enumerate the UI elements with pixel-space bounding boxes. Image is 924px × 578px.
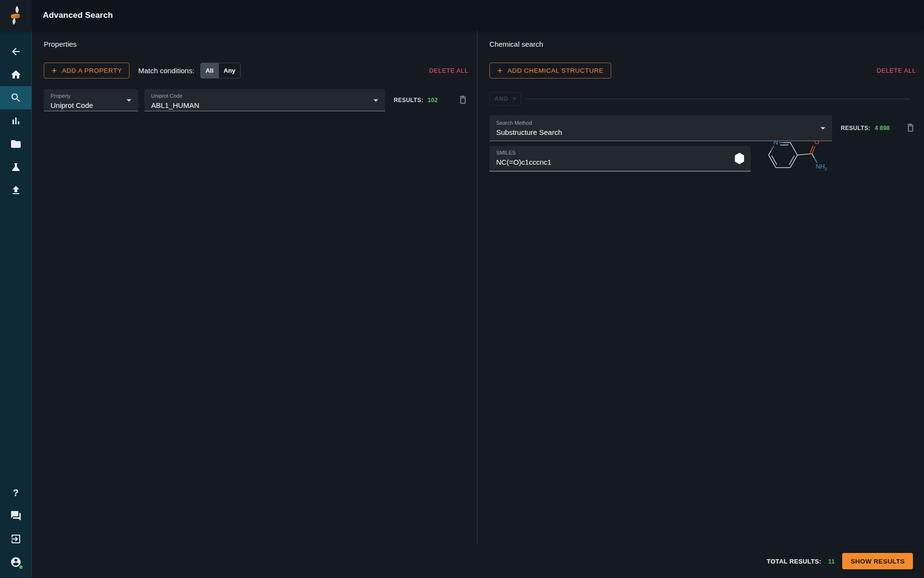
- chemical-panel-title: Chemical search: [489, 40, 916, 48]
- search-method-row: Search Method Substructure Search RESULT…: [489, 115, 916, 141]
- total-results-label: TOTAL RESULTS:: [767, 558, 821, 565]
- logout-icon: [10, 533, 22, 545]
- science-flask-icon: [10, 161, 22, 173]
- results-footer: TOTAL RESULTS: 11 SHOW RESULTS: [32, 544, 924, 578]
- sidebar-bottom-group: ?: [0, 481, 31, 574]
- sidebar-item-help[interactable]: ?: [0, 481, 31, 504]
- and-connector-pill[interactable]: AND: [489, 92, 521, 105]
- add-property-label: ADD A PROPERTY: [62, 67, 122, 74]
- property-results: RESULTS: 102: [394, 97, 437, 104]
- sidebar: ?: [0, 30, 32, 578]
- smiles-input[interactable]: SMILES NC(=O)c1cccnc1: [489, 146, 751, 171]
- sidebar-item-projects[interactable]: [0, 132, 31, 156]
- search-method-value: Substructure Search: [496, 128, 825, 136]
- add-property-button[interactable]: + ADD A PROPERTY: [44, 63, 129, 79]
- chevron-down-icon: [513, 98, 516, 100]
- smiles-label: SMILES: [496, 150, 744, 156]
- search-method-select[interactable]: Search Method Substructure Search: [489, 115, 832, 141]
- search-method-label: Search Method: [496, 120, 825, 126]
- condition-connector: AND: [489, 92, 916, 105]
- plus-icon: +: [51, 66, 57, 75]
- sidebar-item-logout[interactable]: [0, 527, 31, 551]
- arrow-back-icon: [10, 46, 22, 57]
- delete-chemical-structure-button[interactable]: [905, 122, 916, 134]
- main-content: Properties + ADD A PROPERTY Match condit…: [32, 30, 924, 578]
- sidebar-item-upload[interactable]: [0, 179, 31, 202]
- chemical-results: RESULTS: 4 898: [841, 125, 890, 131]
- connector-divider: [527, 99, 910, 99]
- property-condition-row: Property Uniprot Code Uniprot Code ABL1_…: [44, 89, 468, 111]
- chevron-down-icon: [127, 99, 131, 102]
- sidebar-item-science[interactable]: [0, 156, 31, 179]
- chemical-delete-all-button[interactable]: DELETE ALL: [876, 67, 916, 74]
- match-any-toggle[interactable]: Any: [218, 63, 241, 78]
- upload-icon: [10, 184, 22, 196]
- smiles-row: SMILES NC(=O)c1cccnc1: [489, 146, 916, 177]
- property-value-select-value: ABL1_HUMAN: [151, 101, 378, 109]
- properties-delete-all-button[interactable]: DELETE ALL: [429, 67, 468, 74]
- show-results-button[interactable]: SHOW RESULTS: [842, 553, 913, 569]
- sidebar-item-analytics[interactable]: [0, 109, 31, 132]
- match-conditions-toggle: All Any: [200, 63, 241, 79]
- results-label: RESULTS:: [841, 125, 871, 131]
- properties-panel-title: Properties: [44, 40, 468, 48]
- bar-chart-icon: [10, 115, 22, 127]
- sidebar-top-group: [0, 40, 31, 202]
- sidebar-item-chat[interactable]: [0, 504, 31, 527]
- plus-icon: +: [497, 66, 503, 75]
- trash-icon: [458, 94, 468, 105]
- open-structure-editor-button[interactable]: [734, 152, 745, 165]
- match-all-toggle[interactable]: All: [201, 63, 218, 78]
- online-status-dot: [18, 565, 24, 570]
- properties-toolbar: + ADD A PROPERTY Match conditions: All A…: [44, 63, 468, 79]
- sidebar-item-account[interactable]: [0, 551, 31, 574]
- home-icon: [10, 69, 22, 80]
- and-connector-label: AND: [495, 95, 509, 102]
- smiles-value: NC(=O)c1cccnc1: [496, 158, 744, 166]
- chemical-search-panel: Chemical search + ADD CHEMICAL STRUCTURE…: [477, 30, 924, 544]
- sidebar-item-home[interactable]: [0, 63, 31, 86]
- trash-icon: [905, 122, 916, 133]
- add-chemical-structure-label: ADD CHEMICAL STRUCTURE: [508, 67, 604, 74]
- atom-label-nh2: NH2: [816, 163, 827, 171]
- sidebar-item-back[interactable]: [0, 40, 31, 63]
- molecule-structure-preview: N O NH2: [766, 137, 831, 177]
- add-chemical-structure-button[interactable]: + ADD CHEMICAL STRUCTURE: [489, 63, 611, 79]
- help-icon: ?: [13, 487, 18, 499]
- property-value-select[interactable]: Uniprot Code ABL1_HUMAN: [144, 89, 385, 111]
- chat-icon: [10, 510, 22, 522]
- sidebar-item-search[interactable]: [0, 86, 31, 109]
- app-logo[interactable]: [0, 0, 32, 30]
- page-title: Advanced Search: [43, 11, 113, 20]
- property-value-select-label: Uniprot Code: [151, 93, 378, 99]
- chemical-toolbar: + ADD CHEMICAL STRUCTURE DELETE ALL: [489, 63, 916, 79]
- hexagon-icon: [734, 152, 745, 165]
- search-icon: [10, 92, 22, 104]
- chevron-down-icon: [373, 99, 378, 102]
- results-count: 4 898: [875, 125, 890, 131]
- search-panels: Properties + ADD A PROPERTY Match condit…: [32, 30, 924, 544]
- properties-panel: Properties + ADD A PROPERTY Match condit…: [32, 30, 477, 544]
- property-select-value: Uniprot Code: [51, 101, 131, 109]
- results-label: RESULTS:: [394, 97, 424, 104]
- match-conditions-label: Match conditions:: [138, 66, 194, 75]
- property-select-label: Property: [51, 93, 131, 99]
- delete-property-button[interactable]: [458, 94, 468, 106]
- top-bar: Advanced Search: [0, 0, 924, 30]
- total-results-count: 11: [828, 558, 835, 565]
- folder-icon: [10, 138, 22, 150]
- logo-icon: [5, 2, 27, 29]
- chevron-down-icon: [821, 127, 825, 130]
- property-select[interactable]: Property Uniprot Code: [44, 89, 138, 111]
- results-count: 102: [428, 97, 438, 104]
